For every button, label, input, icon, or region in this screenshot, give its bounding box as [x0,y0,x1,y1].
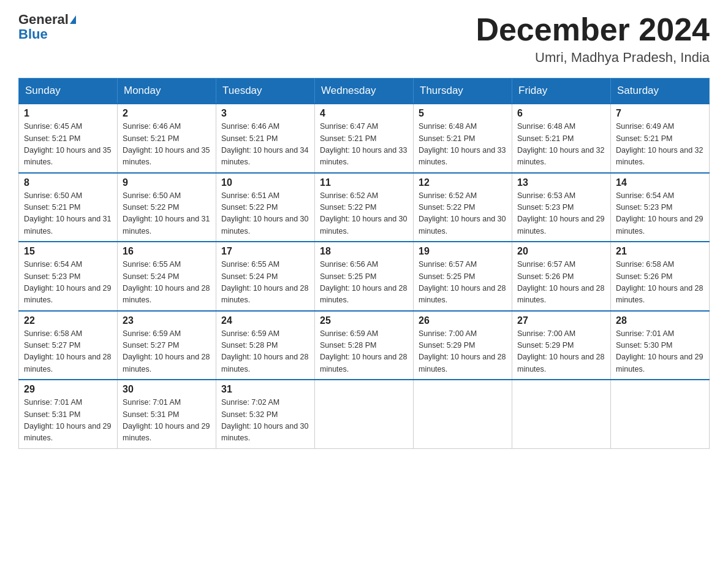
header-tuesday: Tuesday [216,79,315,104]
calendar-cell-15: 15 Sunrise: 6:54 AM Sunset: 5:23 PM Dayl… [19,242,118,311]
day-info: Sunrise: 7:02 AM Sunset: 5:32 PM Dayligh… [221,397,309,445]
day-info: Sunrise: 6:52 AM Sunset: 5:22 PM Dayligh… [320,190,408,238]
day-info: Sunrise: 7:01 AM Sunset: 5:31 PM Dayligh… [123,397,211,445]
day-number: 2 [123,108,211,119]
day-number: 18 [320,246,408,257]
title-block: December 2024 Umri, Madhya Pradesh, Indi… [476,12,710,66]
page-header: General Blue December 2024 Umri, Madhya … [18,12,710,66]
day-number: 31 [221,384,309,395]
day-info: Sunrise: 6:48 AM Sunset: 5:21 PM Dayligh… [517,121,605,169]
day-info: Sunrise: 7:00 AM Sunset: 5:29 PM Dayligh… [517,328,605,376]
day-number: 29 [24,384,112,395]
calendar-cell-10: 10 Sunrise: 6:51 AM Sunset: 5:22 PM Dayl… [216,173,315,242]
day-info: Sunrise: 6:50 AM Sunset: 5:21 PM Dayligh… [24,190,112,238]
day-info: Sunrise: 6:57 AM Sunset: 5:26 PM Dayligh… [517,259,605,307]
calendar-cell-31: 31 Sunrise: 7:02 AM Sunset: 5:32 PM Dayl… [216,380,315,448]
day-info: Sunrise: 6:50 AM Sunset: 5:22 PM Dayligh… [123,190,211,238]
calendar-cell-empty [315,380,414,448]
week-row-3: 15 Sunrise: 6:54 AM Sunset: 5:23 PM Dayl… [19,242,710,311]
calendar-cell-9: 9 Sunrise: 6:50 AM Sunset: 5:22 PM Dayli… [118,173,216,242]
logo-triangle-icon [70,15,76,24]
calendar-cell-26: 26 Sunrise: 7:00 AM Sunset: 5:29 PM Dayl… [414,311,512,380]
day-info: Sunrise: 6:48 AM Sunset: 5:21 PM Dayligh… [419,121,507,169]
day-number: 14 [616,177,704,188]
calendar-cell-11: 11 Sunrise: 6:52 AM Sunset: 5:22 PM Dayl… [315,173,414,242]
calendar-cell-empty [611,380,710,448]
day-info: Sunrise: 6:54 AM Sunset: 5:23 PM Dayligh… [616,190,704,238]
day-number: 7 [616,108,704,119]
day-number: 22 [24,315,112,326]
day-info: Sunrise: 6:45 AM Sunset: 5:21 PM Dayligh… [24,121,112,169]
day-number: 12 [419,177,507,188]
day-number: 3 [221,108,309,119]
calendar-cell-19: 19 Sunrise: 6:57 AM Sunset: 5:25 PM Dayl… [414,242,512,311]
day-info: Sunrise: 6:59 AM Sunset: 5:28 PM Dayligh… [320,328,408,376]
day-info: Sunrise: 6:59 AM Sunset: 5:28 PM Dayligh… [221,328,309,376]
day-info: Sunrise: 6:55 AM Sunset: 5:24 PM Dayligh… [123,259,211,307]
day-info: Sunrise: 6:46 AM Sunset: 5:21 PM Dayligh… [123,121,211,169]
header-sunday: Sunday [19,79,118,104]
calendar-cell-3: 3 Sunrise: 6:46 AM Sunset: 5:21 PM Dayli… [216,104,315,173]
day-info: Sunrise: 6:59 AM Sunset: 5:27 PM Dayligh… [123,328,211,376]
day-number: 26 [419,315,507,326]
calendar-cell-29: 29 Sunrise: 7:01 AM Sunset: 5:31 PM Dayl… [19,380,118,448]
day-number: 28 [616,315,704,326]
day-number: 25 [320,315,408,326]
day-number: 27 [517,315,605,326]
calendar-cell-27: 27 Sunrise: 7:00 AM Sunset: 5:29 PM Dayl… [512,311,611,380]
calendar-cell-30: 30 Sunrise: 7:01 AM Sunset: 5:31 PM Dayl… [118,380,216,448]
calendar-cell-1: 1 Sunrise: 6:45 AM Sunset: 5:21 PM Dayli… [19,104,118,173]
day-number: 9 [123,177,211,188]
calendar-cell-25: 25 Sunrise: 6:59 AM Sunset: 5:28 PM Dayl… [315,311,414,380]
day-number: 15 [24,246,112,257]
day-info: Sunrise: 6:47 AM Sunset: 5:21 PM Dayligh… [320,121,408,169]
calendar-cell-empty [512,380,611,448]
calendar-cell-empty [414,380,512,448]
calendar-cell-4: 4 Sunrise: 6:47 AM Sunset: 5:21 PM Dayli… [315,104,414,173]
day-number: 13 [517,177,605,188]
day-number: 20 [517,246,605,257]
header-thursday: Thursday [414,79,512,104]
day-number: 17 [221,246,309,257]
calendar-header-row: Sunday Monday Tuesday Wednesday Thursday… [19,79,710,104]
header-wednesday: Wednesday [315,79,414,104]
calendar-cell-18: 18 Sunrise: 6:56 AM Sunset: 5:25 PM Dayl… [315,242,414,311]
week-row-5: 29 Sunrise: 7:01 AM Sunset: 5:31 PM Dayl… [19,380,710,448]
day-info: Sunrise: 6:57 AM Sunset: 5:25 PM Dayligh… [419,259,507,307]
day-number: 11 [320,177,408,188]
day-number: 1 [24,108,112,119]
header-monday: Monday [118,79,216,104]
calendar-cell-8: 8 Sunrise: 6:50 AM Sunset: 5:21 PM Dayli… [19,173,118,242]
day-info: Sunrise: 6:54 AM Sunset: 5:23 PM Dayligh… [24,259,112,307]
day-number: 8 [24,177,112,188]
calendar-cell-13: 13 Sunrise: 6:53 AM Sunset: 5:23 PM Dayl… [512,173,611,242]
day-number: 24 [221,315,309,326]
week-row-4: 22 Sunrise: 6:58 AM Sunset: 5:27 PM Dayl… [19,311,710,380]
calendar-cell-6: 6 Sunrise: 6:48 AM Sunset: 5:21 PM Dayli… [512,104,611,173]
day-info: Sunrise: 7:01 AM Sunset: 5:31 PM Dayligh… [24,397,112,445]
day-number: 4 [320,108,408,119]
calendar-cell-2: 2 Sunrise: 6:46 AM Sunset: 5:21 PM Dayli… [118,104,216,173]
calendar-cell-12: 12 Sunrise: 6:52 AM Sunset: 5:22 PM Dayl… [414,173,512,242]
location-subtitle: Umri, Madhya Pradesh, India [476,50,710,66]
calendar-cell-5: 5 Sunrise: 6:48 AM Sunset: 5:21 PM Dayli… [414,104,512,173]
calendar-table: Sunday Monday Tuesday Wednesday Thursday… [18,78,710,449]
day-info: Sunrise: 6:49 AM Sunset: 5:21 PM Dayligh… [616,121,704,169]
day-number: 19 [419,246,507,257]
calendar-cell-7: 7 Sunrise: 6:49 AM Sunset: 5:21 PM Dayli… [611,104,710,173]
calendar-cell-23: 23 Sunrise: 6:59 AM Sunset: 5:27 PM Dayl… [118,311,216,380]
calendar-cell-21: 21 Sunrise: 6:58 AM Sunset: 5:26 PM Dayl… [611,242,710,311]
day-number: 23 [123,315,211,326]
calendar-cell-20: 20 Sunrise: 6:57 AM Sunset: 5:26 PM Dayl… [512,242,611,311]
day-info: Sunrise: 6:46 AM Sunset: 5:21 PM Dayligh… [221,121,309,169]
calendar-cell-24: 24 Sunrise: 6:59 AM Sunset: 5:28 PM Dayl… [216,311,315,380]
calendar-cell-16: 16 Sunrise: 6:55 AM Sunset: 5:24 PM Dayl… [118,242,216,311]
calendar-cell-14: 14 Sunrise: 6:54 AM Sunset: 5:23 PM Dayl… [611,173,710,242]
day-info: Sunrise: 6:58 AM Sunset: 5:26 PM Dayligh… [616,259,704,307]
logo-blue-text: Blue [18,26,48,42]
month-title: December 2024 [476,12,710,47]
logo-general-text: General [18,12,69,27]
week-row-2: 8 Sunrise: 6:50 AM Sunset: 5:21 PM Dayli… [19,173,710,242]
day-number: 30 [123,384,211,395]
day-number: 5 [419,108,507,119]
